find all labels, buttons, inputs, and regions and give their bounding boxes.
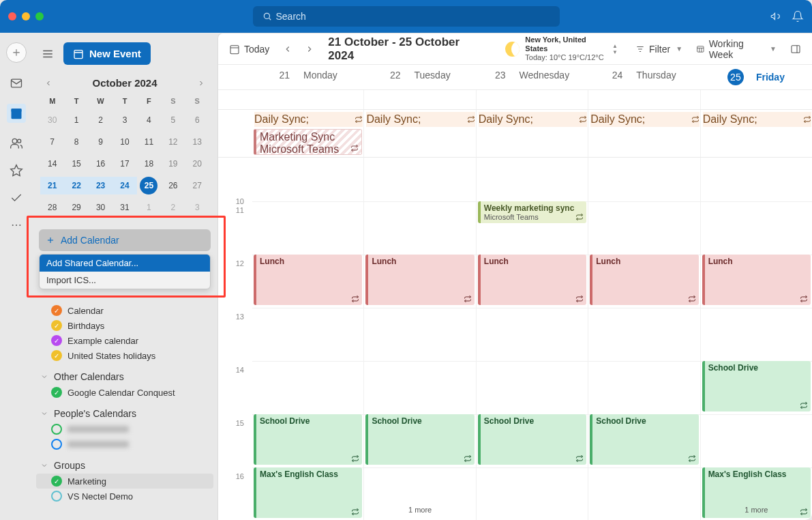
day-column[interactable]: LunchSchool Drive bbox=[588, 158, 700, 520]
event-daily-sync[interactable]: Daily Sync; bbox=[479, 112, 587, 127]
event-lunch[interactable]: Lunch bbox=[254, 255, 362, 305]
day-column[interactable]: LunchSchool DriveMax's English Class bbox=[252, 158, 363, 520]
mini-cal-day[interactable]: 14 bbox=[44, 155, 61, 173]
close-window-button[interactable] bbox=[8, 12, 16, 20]
calendar-item[interactable] bbox=[36, 437, 213, 452]
new-item-button[interactable] bbox=[6, 42, 27, 63]
day-column[interactable]: LunchSchool DriveMax's English Class1 mo… bbox=[700, 158, 812, 520]
filter-button[interactable]: Filter ▼ bbox=[631, 41, 687, 57]
mini-cal-day[interactable]: 2 bbox=[164, 199, 182, 216]
allday-cell[interactable]: Daily Sync; bbox=[588, 110, 700, 157]
calendar-item[interactable]: Birthdays bbox=[36, 318, 213, 333]
mini-cal-day[interactable]: 3 bbox=[116, 111, 134, 129]
mini-cal-day[interactable]: 18 bbox=[140, 155, 157, 173]
weather-widget[interactable]: New York, United States Today: 10°C 19°C… bbox=[505, 35, 618, 63]
day-header[interactable]: 25Friday bbox=[700, 65, 812, 89]
calendar-item[interactable]: United States holidays bbox=[36, 348, 213, 363]
other-calendars-header[interactable]: Other Calendars bbox=[36, 369, 213, 385]
mini-cal-day[interactable]: 10 bbox=[116, 133, 134, 151]
allday-cell[interactable]: Daily Sync; bbox=[363, 110, 475, 157]
calendar-item[interactable]: Calendar bbox=[36, 303, 213, 318]
mini-cal-prev-button[interactable] bbox=[44, 79, 52, 87]
search-input[interactable]: Search bbox=[253, 6, 560, 27]
mini-cal-day[interactable]: 23 bbox=[89, 177, 112, 194]
mini-cal-day[interactable]: 6 bbox=[188, 111, 206, 129]
mini-cal-day[interactable]: 21 bbox=[40, 177, 64, 194]
event-english-class[interactable]: Max's English Class bbox=[254, 467, 362, 518]
event-school-drive[interactable]: School Drive bbox=[702, 361, 811, 411]
calendar-item[interactable]: VS Nectel Demo bbox=[36, 489, 213, 504]
event-daily-sync[interactable]: Daily Sync; bbox=[703, 112, 811, 127]
mail-icon[interactable] bbox=[10, 76, 23, 90]
mini-cal-day[interactable]: 31 bbox=[116, 199, 134, 216]
mini-cal-day[interactable]: 2 bbox=[92, 111, 110, 129]
groups-header[interactable]: Groups bbox=[36, 457, 213, 474]
allday-cell[interactable]: Daily Sync; bbox=[476, 110, 588, 157]
mini-cal-day[interactable]: 20 bbox=[188, 155, 206, 173]
more-events-link[interactable]: 1 more bbox=[745, 506, 768, 519]
weather-down-icon[interactable]: ▼ bbox=[612, 49, 618, 55]
event-lunch[interactable]: Lunch bbox=[478, 255, 586, 305]
allday-cell[interactable]: Daily Sync;Marketing SyncMicrosoft Teams bbox=[252, 110, 363, 157]
people-icon[interactable] bbox=[10, 136, 23, 150]
event-school-drive[interactable]: School Drive bbox=[365, 414, 474, 465]
day-header[interactable]: 22Tuesday bbox=[364, 65, 476, 89]
calendar-item[interactable]: Example calendar bbox=[36, 333, 213, 348]
mini-cal-day[interactable]: 24 bbox=[112, 177, 136, 194]
mini-cal-day[interactable]: 29 bbox=[67, 199, 85, 216]
favorites-icon[interactable] bbox=[10, 164, 23, 177]
mini-cal-day[interactable]: 22 bbox=[64, 177, 88, 194]
mini-cal-day[interactable]: 26 bbox=[164, 177, 182, 194]
event-school-drive[interactable]: School Drive bbox=[590, 414, 698, 465]
mini-cal-day[interactable]: 28 bbox=[44, 199, 61, 216]
event-daily-sync[interactable]: Daily Sync; bbox=[254, 112, 363, 127]
mini-cal-day[interactable]: 17 bbox=[116, 155, 134, 173]
mini-cal-day[interactable]: 8 bbox=[67, 133, 85, 151]
day-column[interactable]: LunchSchool DriveWeekly marketing syncMi… bbox=[476, 158, 588, 520]
add-shared-calendar-item[interactable]: Add Shared Calendar... bbox=[40, 255, 210, 272]
mini-cal-day[interactable]: 4 bbox=[140, 111, 157, 129]
more-events-link[interactable]: 1 more bbox=[408, 506, 432, 519]
bell-icon[interactable] bbox=[792, 10, 804, 23]
tasks-icon[interactable] bbox=[10, 191, 23, 205]
event-daily-sync[interactable]: Daily Sync; bbox=[590, 112, 699, 127]
day-column[interactable]: LunchSchool Drive1 more bbox=[363, 158, 475, 520]
hamburger-button[interactable] bbox=[39, 45, 57, 63]
mini-cal-day[interactable]: 9 bbox=[92, 133, 110, 151]
day-header[interactable]: 23Wednesday bbox=[476, 65, 588, 89]
mini-cal-day[interactable]: 30 bbox=[92, 199, 110, 216]
week-prev-button[interactable] bbox=[280, 42, 295, 57]
mini-cal-day[interactable]: 7 bbox=[44, 133, 61, 151]
event-school-drive[interactable]: School Drive bbox=[478, 414, 586, 465]
new-event-button[interactable]: New Event bbox=[63, 42, 151, 65]
add-calendar-button[interactable]: Add Calendar bbox=[39, 229, 211, 251]
peoples-calendars-header[interactable]: People's Calendars bbox=[36, 405, 213, 422]
event-school-drive[interactable]: School Drive bbox=[254, 414, 362, 465]
minimize-window-button[interactable] bbox=[22, 12, 30, 20]
maximize-window-button[interactable] bbox=[35, 12, 44, 20]
event-weekly-marketing[interactable]: Weekly marketing syncMicrosoft Teams bbox=[478, 201, 586, 223]
calendar-item[interactable] bbox=[36, 422, 213, 437]
week-next-button[interactable] bbox=[302, 42, 317, 57]
mini-cal-day[interactable]: 15 bbox=[67, 155, 85, 173]
mini-cal-next-button[interactable] bbox=[197, 79, 205, 87]
event-lunch[interactable]: Lunch bbox=[702, 255, 811, 305]
calendar-item[interactable]: Marketing bbox=[36, 474, 213, 489]
megaphone-icon[interactable] bbox=[770, 10, 782, 23]
calendar-item[interactable]: Google Calendar Conquest bbox=[36, 385, 213, 400]
calendar-icon[interactable] bbox=[7, 104, 26, 123]
day-header[interactable]: 21Monday bbox=[252, 65, 364, 89]
event-daily-sync[interactable]: Daily Sync; bbox=[366, 112, 475, 127]
mini-cal-day[interactable]: 1 bbox=[140, 199, 157, 216]
event-lunch[interactable]: Lunch bbox=[365, 255, 474, 305]
event-marketing-sync[interactable]: Marketing SyncMicrosoft Teams bbox=[254, 129, 362, 155]
mini-cal-day[interactable]: 12 bbox=[164, 133, 182, 151]
mini-cal-day[interactable]: 5 bbox=[164, 111, 182, 129]
mini-cal-day[interactable]: 11 bbox=[140, 133, 157, 151]
mini-cal-day[interactable]: 27 bbox=[188, 177, 206, 194]
panel-toggle-button[interactable] bbox=[786, 41, 805, 57]
more-apps-icon[interactable]: ⋯ bbox=[11, 218, 22, 231]
mini-cal-day[interactable]: 1 bbox=[67, 111, 85, 129]
mini-cal-day[interactable]: 3 bbox=[188, 199, 206, 216]
view-picker-button[interactable]: Working Week ▼ bbox=[692, 35, 781, 63]
